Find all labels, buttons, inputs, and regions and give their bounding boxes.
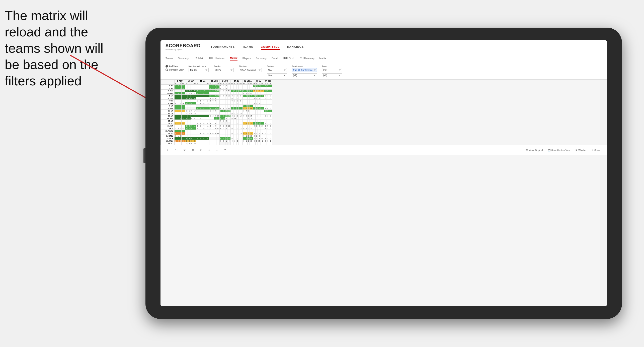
toolbar-right: 👁 View: Original 💾 Save Custom View 👁 Wa… <box>524 148 602 152</box>
row-label-uv: 12. UV <box>161 112 175 115</box>
redo-button[interactable]: ↪ <box>174 148 179 152</box>
row-label-unc: 4. UNC <box>161 92 175 95</box>
sub-w-3: W <box>196 82 199 85</box>
watch-label: Watch ▾ <box>578 149 587 151</box>
tablet-screen: SCOREBOARD Powered by clippd TOURNAMENTS… <box>160 40 607 306</box>
subnav-players-h2h-heatmap[interactable]: H2H Heatmap <box>298 56 314 61</box>
view-original-button[interactable]: 👁 View: Original <box>524 148 544 152</box>
row-label-u: 18. U <box>161 127 175 130</box>
zoom-in-button[interactable]: ⊕ <box>190 148 196 152</box>
sub-w-2: W <box>185 82 188 85</box>
table-row: 16. UO 210-14 1201 110 110 11011 11011 2… <box>161 122 272 125</box>
conference-select-2[interactable]: (All) <box>292 73 317 77</box>
col-ucb: 22. UCB <box>209 80 219 82</box>
sub-w-5: W <box>219 82 222 85</box>
add-button[interactable]: + <box>207 148 211 152</box>
region-select[interactable]: N/A East West Central Southeast <box>267 68 287 72</box>
sub-l-1: L <box>177 82 179 85</box>
view-original-label: View: Original <box>529 149 543 151</box>
table-row: 11. UA 01010 030 20028 340 3011 <box>161 110 272 112</box>
tablet-side-button <box>143 148 145 163</box>
sub-w-9: W <box>264 82 267 85</box>
refresh-button[interactable]: ⟳ <box>182 148 187 152</box>
table-row: 4. UNC 10 0100 100 01029 <box>161 92 272 95</box>
table-row: 22. UCB 130 1403 0010 01012 20344 21360 … <box>161 137 272 140</box>
sub-nav: Teams Summary H2H Grid H2H Heatmap Matri… <box>160 54 607 63</box>
row-label-etsu: 21. ETSU <box>161 135 175 137</box>
remove-icon: − <box>216 149 217 152</box>
gender-filter: Gender Men's Women's <box>214 65 234 72</box>
matrix-scroll-container[interactable]: 3. ASU 10. UW 11. UA 22. UCB 24. UO 27. … <box>160 80 597 145</box>
compact-view-option[interactable]: Compact View <box>166 69 184 71</box>
division-select[interactable]: NCAA Division I NCAA Division II NCAA Di… <box>239 68 262 72</box>
row-label-ut: 5. UT <box>161 95 175 97</box>
sub-t-8: T <box>258 82 261 85</box>
subnav-detail[interactable]: Detail <box>272 56 278 61</box>
nav-tournaments[interactable]: TOURNAMENTS <box>211 44 235 50</box>
main-content: Full View Compact View Max teams in view… <box>160 63 607 306</box>
full-view-option[interactable]: Full View <box>166 65 184 68</box>
max-teams-filter: Max teams in view Top 25 Top 50 All <box>189 65 209 72</box>
subnav-players-matrix[interactable]: Matrix <box>319 56 326 61</box>
row-label-tamu: 19. TAMU <box>161 130 175 132</box>
sub-w-8: W <box>253 82 256 85</box>
row-label-asu: 3. ASU <box>161 90 175 92</box>
nav-committee[interactable]: COMMITTEE <box>261 44 280 50</box>
subnav-teams[interactable]: Teams <box>166 56 173 61</box>
table-row: 6. FSU 14035 100 010 010 010 <box>161 97 272 100</box>
table-row: 12. UV 01010 02015 <box>161 112 272 115</box>
sub-dif-4: Dif <box>216 82 219 85</box>
redo-icon: ↪ <box>175 148 178 152</box>
max-teams-select[interactable]: Top 25 Top 50 All <box>189 68 209 72</box>
remove-button[interactable]: − <box>214 148 219 152</box>
sub-t-9: T <box>269 82 272 85</box>
logo-subtitle: Powered by clippd <box>166 48 201 51</box>
row-label-vu: 2. VU <box>161 87 175 90</box>
full-view-radio <box>166 65 168 68</box>
watch-button[interactable]: 👁 Watch ▾ <box>574 148 588 152</box>
undo-button[interactable]: ↩ <box>166 148 171 152</box>
conference-select[interactable]: Pac-12 Conference (All) ACC Big 12 Big T… <box>292 68 317 72</box>
sub-l-7: L <box>245 82 248 85</box>
annotation-text: The matrix will reload and the teams sho… <box>5 8 113 89</box>
col-uo: 24. UO <box>219 80 231 82</box>
sub-dif-6: Dif <box>238 82 243 85</box>
team-select-2[interactable]: (All) <box>322 73 342 77</box>
team-label: Team <box>322 65 342 67</box>
matrix-table: 3. ASU 10. UW 11. UA 22. UCB 24. UO 27. … <box>160 80 272 145</box>
nav-bar: SCOREBOARD Powered by clippd TOURNAMENTS… <box>160 40 607 54</box>
subnav-players-summary[interactable]: Summary <box>256 56 267 61</box>
row-label-git: 17. GIT <box>161 125 175 127</box>
zoom-out-button[interactable]: ⊖ <box>199 148 204 152</box>
gender-select[interactable]: Men's Women's <box>214 68 234 72</box>
subnav-matrix[interactable]: Matrix <box>230 56 237 61</box>
row-label-unm: 23. UNM <box>161 140 175 142</box>
nav-teams[interactable]: TEAMS <box>242 44 253 50</box>
region-select-2[interactable]: N/A <box>267 73 287 77</box>
subnav-summary[interactable]: Summary <box>178 56 189 61</box>
sub-l-4: L <box>212 82 214 85</box>
watch-icon: 👁 <box>575 149 578 151</box>
compact-view-radio <box>166 69 168 71</box>
separator <box>232 148 232 153</box>
table-row: 8. UAF 01014 120 01015 11011 010 <box>161 102 272 105</box>
row-label-ua2: 11. UA <box>161 110 175 112</box>
sub-l-2: L <box>188 82 191 85</box>
share-button[interactable]: ↗ Share <box>590 148 602 152</box>
table-row: 20. UG 010-38 01023 10046 01015 01013 01… <box>161 132 272 135</box>
nav-links: TOURNAMENTS TEAMS COMMITTEE RANKINGS <box>211 44 304 50</box>
subnav-players-h2h-grid[interactable]: H2H Grid <box>283 56 293 61</box>
nav-rankings[interactable]: RANKINGS <box>287 44 304 50</box>
subnav-h2h-heatmap[interactable]: H2H Heatmap <box>209 56 225 61</box>
sub-l-3: L <box>199 82 202 85</box>
tablet-device: SCOREBOARD Powered by clippd TOURNAMENTS… <box>145 28 622 319</box>
save-custom-view-button[interactable]: 💾 Save Custom View <box>546 148 572 152</box>
table-row: 10. UW 13011 13032 04173 25066 12053 145 <box>161 107 272 110</box>
team-select[interactable]: (All) <box>322 68 342 72</box>
subnav-h2h-grid[interactable]: H2H Grid <box>194 56 204 61</box>
sub-t-4: T <box>214 82 216 85</box>
subnav-players[interactable]: Players <box>243 56 251 61</box>
view-options: Full View Compact View <box>166 65 184 71</box>
save-icon: 💾 <box>548 149 550 151</box>
timer-button[interactable]: ⏱ <box>222 148 228 152</box>
